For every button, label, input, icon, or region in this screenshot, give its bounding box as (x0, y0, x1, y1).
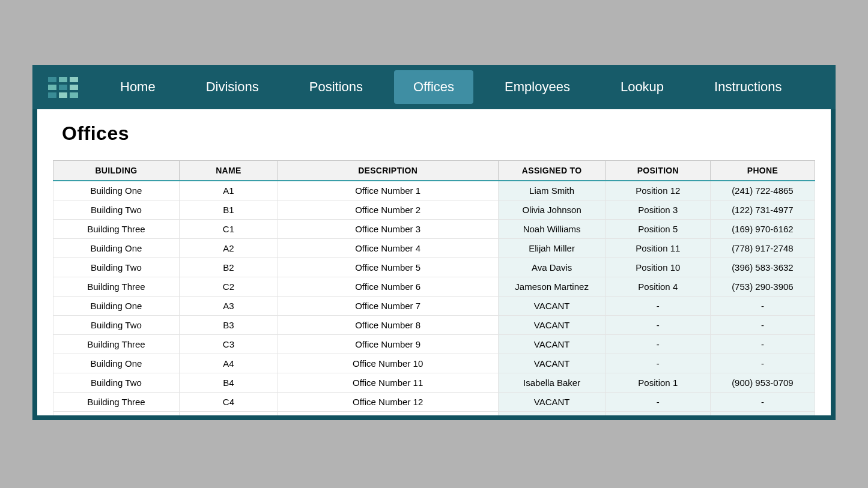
col-header-phone[interactable]: PHONE (710, 161, 815, 181)
cell-name[interactable]: C3 (179, 335, 278, 354)
cell-description[interactable]: Office Number 7 (278, 297, 498, 316)
cell-building[interactable]: Building Three (53, 393, 180, 412)
col-header-assigned-to[interactable]: ASSIGNED TO (498, 161, 605, 181)
cell-building[interactable]: Building Two (53, 316, 180, 335)
cell-phone[interactable]: - (710, 354, 815, 373)
col-header-description[interactable]: DESCRIPTION (278, 161, 498, 181)
cell-position[interactable]: Position 10 (605, 258, 710, 277)
table-row[interactable]: Building TwoB3Office Number 8VACANT-- (53, 316, 815, 335)
cell-description[interactable]: Office Number 5 (278, 258, 498, 277)
cell-assigned-to[interactable]: VACANT (498, 335, 605, 354)
table-row[interactable]: Building ThreeC3Office Number 9VACANT-- (53, 335, 815, 354)
cell-building[interactable]: Building One (53, 354, 180, 373)
cell-description[interactable]: Office Number 2 (278, 200, 498, 220)
cell-name[interactable]: C1 (179, 220, 278, 239)
cell-assigned-to[interactable]: VACANT (498, 297, 605, 316)
cell-building[interactable]: Building Three (53, 220, 180, 239)
cell-position[interactable]: - (605, 297, 710, 316)
cell-assigned-to[interactable]: Olivia Johnson (498, 200, 605, 220)
nav-item-lookup[interactable]: Lookup (601, 70, 683, 104)
cell-name[interactable]: C2 (179, 277, 278, 297)
cell-phone[interactable]: - (710, 297, 815, 316)
cell-assigned-to[interactable]: Liam Smith (498, 181, 605, 200)
table-row[interactable]: Building TwoB2Office Number 5Ava DavisPo… (53, 258, 815, 277)
cell-assigned-to[interactable]: Jameson Martinez (498, 277, 605, 297)
cell-assigned-to[interactable]: Isabella Baker (498, 373, 605, 393)
cell-position[interactable]: Position 11 (605, 239, 710, 258)
cell-building[interactable]: Building One (53, 297, 180, 316)
cell-name[interactable]: C4 (179, 393, 278, 412)
nav-item-positions[interactable]: Positions (290, 70, 382, 104)
cell-phone[interactable] (710, 412, 815, 416)
cell-name[interactable]: B1 (179, 200, 278, 220)
table-row[interactable]: Building ThreeC4Office Number 12VACANT-- (53, 393, 815, 412)
cell-name[interactable]: A4 (179, 354, 278, 373)
cell-building[interactable]: Building One (53, 239, 180, 258)
cell-position[interactable]: Position 12 (605, 181, 710, 200)
cell-name[interactable]: B3 (179, 316, 278, 335)
nav-item-instructions[interactable]: Instructions (695, 70, 801, 104)
cell-position[interactable]: Position 5 (605, 220, 710, 239)
cell-building[interactable]: Building Two (53, 200, 180, 220)
cell-building[interactable] (53, 412, 180, 416)
cell-description[interactable]: Office Number 4 (278, 239, 498, 258)
cell-assigned-to[interactable]: VACANT (498, 393, 605, 412)
cell-building[interactable]: Building Two (53, 373, 180, 393)
cell-description[interactable]: Office Number 1 (278, 181, 498, 200)
table-row[interactable]: Building OneA2Office Number 4Elijah Mill… (53, 239, 815, 258)
cell-name[interactable]: A2 (179, 239, 278, 258)
cell-name[interactable]: A1 (179, 181, 278, 200)
table-row[interactable]: Building TwoB4Office Number 11Isabella B… (53, 373, 815, 393)
cell-building[interactable]: Building Two (53, 258, 180, 277)
table-row[interactable]: Building OneA3Office Number 7VACANT-- (53, 297, 815, 316)
cell-position[interactable]: Position 4 (605, 277, 710, 297)
cell-phone[interactable]: (122) 731-4977 (710, 200, 815, 220)
cell-phone[interactable]: (778) 917-2748 (710, 239, 815, 258)
cell-description[interactable]: Office Number 3 (278, 220, 498, 239)
cell-description[interactable]: Office Number 9 (278, 335, 498, 354)
cell-assigned-to[interactable]: Ava Davis (498, 258, 605, 277)
table-row[interactable]: Building ThreeC1Office Number 3Noah Will… (53, 220, 815, 239)
cell-position[interactable]: - (605, 316, 710, 335)
nav-item-divisions[interactable]: Divisions (187, 70, 278, 104)
cell-description[interactable]: Office Number 12 (278, 393, 498, 412)
cell-description[interactable]: Office Number 8 (278, 316, 498, 335)
cell-position[interactable]: - (605, 335, 710, 354)
cell-phone[interactable]: (900) 953-0709 (710, 373, 815, 393)
cell-position[interactable]: Position 1 (605, 373, 710, 393)
cell-phone[interactable]: (396) 583-3632 (710, 258, 815, 277)
cell-building[interactable]: Building Three (53, 277, 180, 297)
cell-position[interactable]: - (605, 393, 710, 412)
table-row[interactable] (53, 412, 815, 416)
cell-assigned-to[interactable]: VACANT (498, 316, 605, 335)
cell-phone[interactable]: - (710, 335, 815, 354)
cell-building[interactable]: Building Three (53, 335, 180, 354)
col-header-building[interactable]: BUILDING (53, 161, 180, 181)
cell-position[interactable]: Position 3 (605, 200, 710, 220)
table-row[interactable]: Building OneA4Office Number 10VACANT-- (53, 354, 815, 373)
cell-description[interactable]: Office Number 6 (278, 277, 498, 297)
cell-assigned-to[interactable]: Noah Williams (498, 220, 605, 239)
cell-description[interactable] (278, 412, 498, 416)
cell-position[interactable]: - (605, 354, 710, 373)
table-row[interactable]: Building ThreeC2Office Number 6Jameson M… (53, 277, 815, 297)
cell-description[interactable]: Office Number 11 (278, 373, 498, 393)
nav-item-offices[interactable]: Offices (394, 70, 473, 104)
cell-name[interactable]: B2 (179, 258, 278, 277)
cell-assigned-to[interactable] (498, 412, 605, 416)
cell-position[interactable] (605, 412, 710, 416)
cell-name[interactable] (179, 412, 278, 416)
col-header-name[interactable]: NAME (179, 161, 278, 181)
cell-phone[interactable]: - (710, 393, 815, 412)
cell-building[interactable]: Building One (53, 181, 180, 200)
cell-assigned-to[interactable]: Elijah Miller (498, 239, 605, 258)
cell-name[interactable]: A3 (179, 297, 278, 316)
nav-item-home[interactable]: Home (101, 70, 175, 104)
cell-description[interactable]: Office Number 10 (278, 354, 498, 373)
table-row[interactable]: Building TwoB1Office Number 2Olivia John… (53, 200, 815, 220)
cell-phone[interactable]: - (710, 316, 815, 335)
cell-assigned-to[interactable]: VACANT (498, 354, 605, 373)
cell-phone[interactable]: (241) 722-4865 (710, 181, 815, 200)
col-header-position[interactable]: POSITION (605, 161, 710, 181)
nav-item-employees[interactable]: Employees (485, 70, 589, 104)
